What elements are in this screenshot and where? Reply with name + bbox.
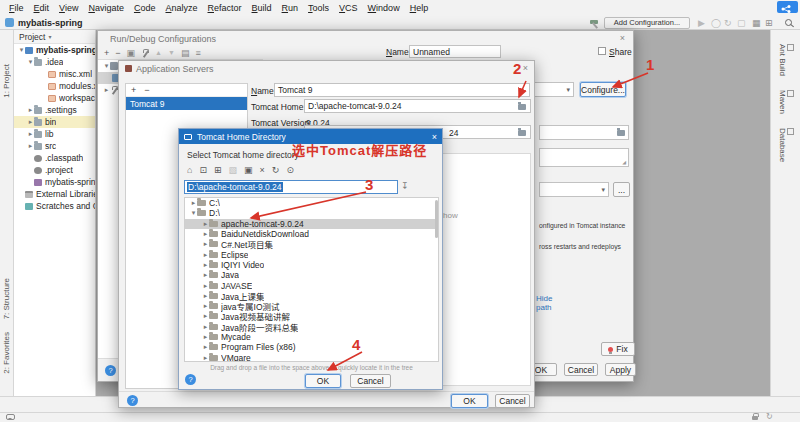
project-tree-row[interactable]: modules.x xyxy=(14,80,95,92)
ok-button[interactable]: OK xyxy=(451,394,488,408)
tree-toggle-icon[interactable]: ▸ xyxy=(202,333,209,341)
close-icon[interactable]: × xyxy=(432,132,437,142)
cancel-button[interactable]: Cancel xyxy=(564,363,598,376)
close-icon[interactable]: × xyxy=(523,64,528,73)
menu-item[interactable]: VCS xyxy=(334,0,363,16)
project-tree-row[interactable]: .project xyxy=(14,164,95,176)
tool-stripe-tab[interactable]: Maven xyxy=(778,90,794,114)
remove-icon[interactable]: − xyxy=(144,85,149,95)
edit-defaults-wrench-icon[interactable] xyxy=(141,49,149,58)
tree-toggle-icon[interactable]: ▾ xyxy=(103,62,110,70)
menu-item[interactable]: Build xyxy=(247,0,277,16)
cancel-button[interactable]: Cancel xyxy=(350,374,391,388)
file-tree-row[interactable]: ▸ Mycade xyxy=(185,332,438,342)
file-tree-row[interactable]: ▸ C:\ xyxy=(185,198,438,208)
file-tree-row[interactable]: ▸ VMqare xyxy=(185,352,438,362)
tree-toggle-icon[interactable]: ▸ xyxy=(202,302,209,310)
feedback-bubble-icon[interactable] xyxy=(6,414,15,420)
lock-icon[interactable] xyxy=(752,416,758,420)
expand-corner-icon[interactable]: ◢ xyxy=(622,159,626,165)
project-panel-header[interactable]: Project ▾ xyxy=(14,30,95,44)
menu-item[interactable]: Code xyxy=(129,0,161,16)
menu-item[interactable]: Navigate xyxy=(83,0,129,16)
build-hammer-icon[interactable] xyxy=(590,18,601,29)
project-tree-row[interactable]: .classpath xyxy=(14,152,95,164)
tree-toggle-icon[interactable]: ▾ xyxy=(18,46,25,54)
tree-toggle-icon[interactable]: ▸ xyxy=(202,220,209,228)
menu-item[interactable]: Help xyxy=(405,0,434,16)
server-list-item-selected[interactable]: Tomcat 9 xyxy=(126,97,247,110)
project-tree-row[interactable]: mybatis-sprin xyxy=(14,176,95,188)
remove-icon[interactable]: − xyxy=(115,47,120,59)
tomcat-home-input[interactable]: D:\apache-tomcat-9.0.24 xyxy=(304,99,531,113)
help-icon[interactable]: ? xyxy=(185,374,196,385)
url-field[interactable] xyxy=(539,125,629,140)
tree-scrollbar[interactable] xyxy=(435,200,438,238)
name-input[interactable]: Unnamed xyxy=(409,45,501,58)
on-update-action-select[interactable]: ▾ xyxy=(539,182,609,197)
file-tree-row[interactable]: ▸ IQIYI Video xyxy=(185,260,438,270)
coverage-icon[interactable]: ◯ xyxy=(711,17,721,29)
tree-toggle-icon[interactable]: ▸ xyxy=(202,292,209,300)
project-tree-row[interactable]: misc.xml xyxy=(14,68,95,80)
restore-layout-icon[interactable]: ⊞ xyxy=(765,17,773,29)
tree-toggle-icon[interactable]: ▸ xyxy=(202,323,209,331)
tree-toggle-icon[interactable]: ▸ xyxy=(202,230,209,238)
move-up-icon[interactable]: ▲ xyxy=(155,47,162,59)
collapse-path-icon[interactable]: ↧ xyxy=(401,181,409,191)
sort-icon[interactable]: ≡ xyxy=(195,47,200,59)
tree-toggle-icon[interactable]: ▸ xyxy=(202,282,209,290)
tree-toggle-icon[interactable]: ▸ xyxy=(202,271,209,279)
browse-folder-icon[interactable] xyxy=(518,104,526,110)
menu-item[interactable]: Tools xyxy=(303,0,334,16)
configure-button[interactable]: Configure... xyxy=(580,82,626,97)
add-icon[interactable]: + xyxy=(104,47,109,59)
file-tree-row[interactable]: ▸ C#.Net项目集 xyxy=(185,239,438,249)
vm-options-field[interactable]: ◢ xyxy=(539,148,629,167)
project-tree-row[interactable]: workspace xyxy=(14,92,95,104)
tree-toggle-icon[interactable]: ▸ xyxy=(202,343,209,351)
file-tree-row[interactable]: ▸ Program Files (x86) xyxy=(185,342,438,352)
tree-toggle-icon[interactable]: ▾ xyxy=(27,58,34,66)
tree-toggle-icon[interactable]: ▸ xyxy=(27,142,34,150)
copy-icon[interactable]: ▣ xyxy=(127,47,136,59)
menu-item[interactable]: Run xyxy=(277,0,304,16)
add-configuration-button[interactable]: Add Configuration... xyxy=(604,17,690,29)
tool-stripe-favorites-tab[interactable]: 2: Favorites xyxy=(2,332,11,374)
menu-item[interactable]: Window xyxy=(363,0,405,16)
tree-toggle-icon[interactable]: ▸ xyxy=(27,118,34,126)
browse-more-button[interactable]: ... xyxy=(613,182,630,197)
search-everywhere-icon[interactable] xyxy=(785,19,794,29)
desktop-icon[interactable]: ⊡ xyxy=(199,164,207,176)
tree-toggle-icon[interactable]: ▸ xyxy=(27,106,34,114)
run-icon[interactable]: ▶ xyxy=(698,17,705,29)
path-input[interactable]: D:\apache-tomcat-9.0.24 xyxy=(184,180,398,194)
ok-button[interactable]: OK xyxy=(305,374,341,388)
close-icon[interactable]: × xyxy=(620,34,625,43)
group-icon[interactable]: ▤ xyxy=(181,47,190,59)
tool-stripe-tab[interactable]: Database xyxy=(778,128,794,162)
file-tree-row[interactable]: ▸ apache-tomcat-9.0.24 xyxy=(185,219,438,229)
tool-stripe-structure-tab[interactable]: 7: Structure xyxy=(2,278,11,319)
help-icon[interactable]: ? xyxy=(127,395,138,406)
copy-path-icon[interactable]: ▣ xyxy=(244,164,253,176)
browse-folder-icon[interactable] xyxy=(617,130,625,136)
file-tree-row[interactable]: ▸ Eclipse xyxy=(185,249,438,259)
tree-toggle-icon[interactable]: ▸ xyxy=(202,240,209,248)
tree-toggle-icon[interactable]: ▸ xyxy=(190,199,197,207)
project-tree-row[interactable]: ▸ .settings xyxy=(14,104,95,116)
tree-toggle-icon[interactable]: ▸ xyxy=(103,86,110,94)
new-folder-icon[interactable]: ⊞ xyxy=(214,164,222,176)
chevron-down-icon[interactable]: ▾ xyxy=(48,33,51,40)
tool-stripe-tab[interactable]: Ant Build xyxy=(778,44,794,76)
tree-toggle-icon[interactable]: ▸ xyxy=(27,130,34,138)
hide-path-link[interactable]: Hide path xyxy=(536,294,552,312)
browse-folder-icon[interactable] xyxy=(518,130,526,136)
menu-item[interactable]: Analyze xyxy=(160,0,202,16)
menu-item[interactable]: File xyxy=(4,0,29,16)
file-tree-row[interactable]: ▾ D:\ xyxy=(185,208,438,218)
menu-item[interactable]: View xyxy=(54,0,83,16)
tree-toggle-icon[interactable]: ▸ xyxy=(202,261,209,269)
menu-item[interactable]: Edit xyxy=(29,0,55,16)
project-tree-row[interactable]: Scratches and Co xyxy=(14,200,95,212)
